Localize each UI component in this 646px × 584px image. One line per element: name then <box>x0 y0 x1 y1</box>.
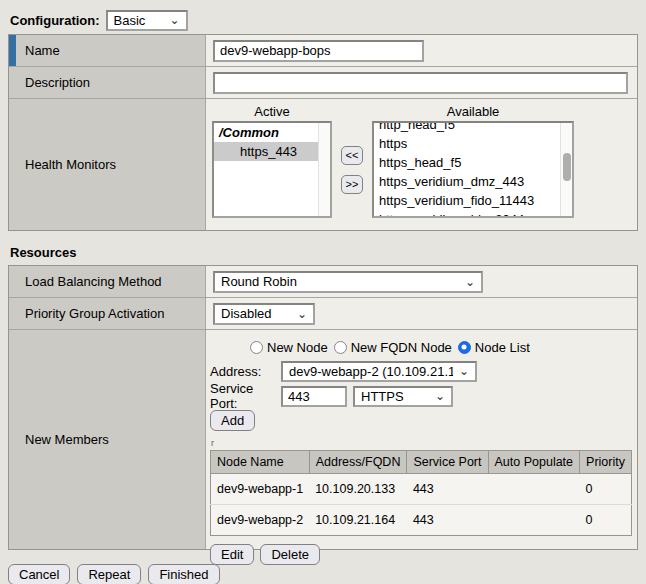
priority-group-label-cell: Priority Group Activation <box>9 298 206 329</box>
address-label: Address: <box>210 364 281 379</box>
load-balancing-label-cell: Load Balancing Method <box>9 266 206 297</box>
name-row: Name <box>9 35 637 66</box>
col-auto-populate: Auto Populate <box>488 451 580 474</box>
load-balancing-row: Load Balancing Method Round Robin ⌄ <box>9 266 637 297</box>
configuration-row: Configuration: Basic ⌄ <box>0 0 646 32</box>
member-auto-populate <box>488 474 580 505</box>
available-monitor-item[interactable]: https_veridium_fido_11443 <box>374 191 572 210</box>
radio-new-node-label: New Node <box>267 340 328 355</box>
members-header-row: Node Name Address/FQDN Service Port Auto… <box>211 451 632 474</box>
move-left-button[interactable]: << <box>341 146 364 165</box>
available-list-title: Available <box>447 103 500 121</box>
col-address-fqdn: Address/FQDN <box>309 451 407 474</box>
configuration-select-value: Basic <box>114 13 164 28</box>
active-monitor-item[interactable]: https_443 <box>214 142 330 161</box>
available-monitors-listbox[interactable]: http_head_f5 https https_head_f5 https_v… <box>372 121 574 218</box>
radio-circle-icon <box>334 341 347 354</box>
priority-group-select[interactable]: Disabled ⌄ <box>213 303 315 325</box>
resources-table: Load Balancing Method Round Robin ⌄ Prio… <box>8 265 638 550</box>
general-properties-table: Name Description Health Monitors <box>8 34 638 231</box>
radio-circle-icon <box>458 341 471 354</box>
description-label-cell: Description <box>9 67 206 98</box>
health-monitors-label-cell: Health Monitors <box>9 99 206 230</box>
node-type-radio-group: New Node New FQDN Node Node List <box>250 338 637 356</box>
radio-node-list-label: Node List <box>475 340 530 355</box>
chevron-down-icon: ⌄ <box>297 308 307 320</box>
finished-button[interactable]: Finished <box>148 564 219 584</box>
new-members-label: New Members <box>25 432 109 447</box>
cancel-button[interactable]: Cancel <box>8 564 70 584</box>
radio-node-list[interactable]: Node List <box>458 340 530 355</box>
edit-button[interactable]: Edit <box>210 544 254 565</box>
new-members-label-cell: New Members <box>9 330 206 549</box>
resources-header: Resources <box>10 245 646 260</box>
radio-circle-icon <box>250 341 263 354</box>
available-monitor-item[interactable]: https_veridium_dmz_443 <box>374 172 572 191</box>
service-port-label: Service Port: <box>210 381 281 411</box>
priority-group-label: Priority Group Activation <box>25 306 164 321</box>
active-list-scrollbar[interactable] <box>318 123 330 216</box>
service-port-row: Service Port: HTTPS ⌄ <box>210 385 637 407</box>
chevron-down-icon: ⌄ <box>465 276 475 288</box>
move-right-button[interactable]: >> <box>341 175 364 194</box>
available-scrollbar-thumb[interactable] <box>563 153 571 181</box>
name-label-cell: Name <box>9 35 206 66</box>
members-table: Node Name Address/FQDN Service Port Auto… <box>210 450 632 536</box>
service-type-select[interactable]: HTTPS ⌄ <box>353 386 453 407</box>
col-priority: Priority <box>580 451 632 474</box>
stray-character: r <box>211 439 637 448</box>
member-service-port: 443 <box>407 474 488 505</box>
member-priority: 0 <box>580 505 632 536</box>
member-node-name: dev9-webapp-1 <box>211 474 310 505</box>
radio-new-node[interactable]: New Node <box>250 340 328 355</box>
load-balancing-select-value: Round Robin <box>221 274 459 289</box>
repeat-button[interactable]: Repeat <box>77 564 141 584</box>
configuration-label: Configuration: <box>10 13 100 28</box>
address-select[interactable]: dev9-webapp-2 (10.109.21.164) ⌄ <box>281 361 477 382</box>
load-balancing-label: Load Balancing Method <box>25 274 162 289</box>
radio-new-fqdn-node-label: New FQDN Node <box>351 340 452 355</box>
add-button[interactable]: Add <box>210 410 255 431</box>
member-address: 10.109.21.164 <box>309 505 407 536</box>
chevron-down-icon: ⌄ <box>459 365 469 377</box>
member-address: 10.109.20.133 <box>309 474 407 505</box>
delete-button[interactable]: Delete <box>260 544 320 565</box>
chevron-down-icon: ⌄ <box>169 14 179 26</box>
active-list-title: Active <box>254 103 289 121</box>
description-row: Description <box>9 66 637 98</box>
priority-group-select-value: Disabled <box>221 306 291 321</box>
radio-new-fqdn-node[interactable]: New FQDN Node <box>334 340 452 355</box>
address-select-value: dev9-webapp-2 (10.109.21.164) <box>289 364 453 379</box>
name-input[interactable] <box>213 40 424 62</box>
pool-configuration-page: Configuration: Basic ⌄ Name Description <box>0 0 646 584</box>
col-node-name: Node Name <box>211 451 310 474</box>
available-list-scrollbar[interactable] <box>560 123 572 216</box>
available-monitor-item[interactable]: https_head_f5 <box>374 153 572 172</box>
description-label: Description <box>25 75 90 90</box>
priority-group-row: Priority Group Activation Disabled ⌄ <box>9 297 637 329</box>
required-indicator <box>9 35 16 66</box>
col-service-port: Service Port <box>407 451 488 474</box>
member-auto-populate <box>488 505 580 536</box>
available-monitor-item[interactable]: https_veridium_idp_8944 <box>374 210 572 218</box>
member-priority: 0 <box>580 474 632 505</box>
member-service-port: 443 <box>407 505 488 536</box>
name-label: Name <box>25 43 60 58</box>
chevron-down-icon: ⌄ <box>435 390 445 402</box>
address-row: Address: dev9-webapp-2 (10.109.21.164) ⌄ <box>210 360 637 382</box>
member-row[interactable]: dev9-webapp-2 10.109.21.164 443 0 <box>211 505 632 536</box>
load-balancing-select[interactable]: Round Robin ⌄ <box>213 271 483 293</box>
member-node-name: dev9-webapp-2 <box>211 505 310 536</box>
service-port-input[interactable] <box>281 386 347 407</box>
health-monitors-label: Health Monitors <box>25 157 116 172</box>
health-monitors-row: Health Monitors Active /Common https_443 <box>9 98 637 230</box>
available-monitor-item[interactable]: https <box>374 134 572 153</box>
member-row[interactable]: dev9-webapp-1 10.109.20.133 443 0 <box>211 474 632 505</box>
description-input[interactable] <box>213 72 628 94</box>
active-monitors-listbox[interactable]: /Common https_443 <box>212 121 332 218</box>
new-members-row: New Members New Node New FQDN Node Node … <box>9 329 637 549</box>
configuration-select[interactable]: Basic ⌄ <box>106 10 188 31</box>
service-type-select-value: HTTPS <box>361 389 429 404</box>
footer-actions: Cancel Repeat Finished <box>8 564 646 584</box>
available-monitor-item[interactable]: http_head_f5 <box>374 121 572 134</box>
